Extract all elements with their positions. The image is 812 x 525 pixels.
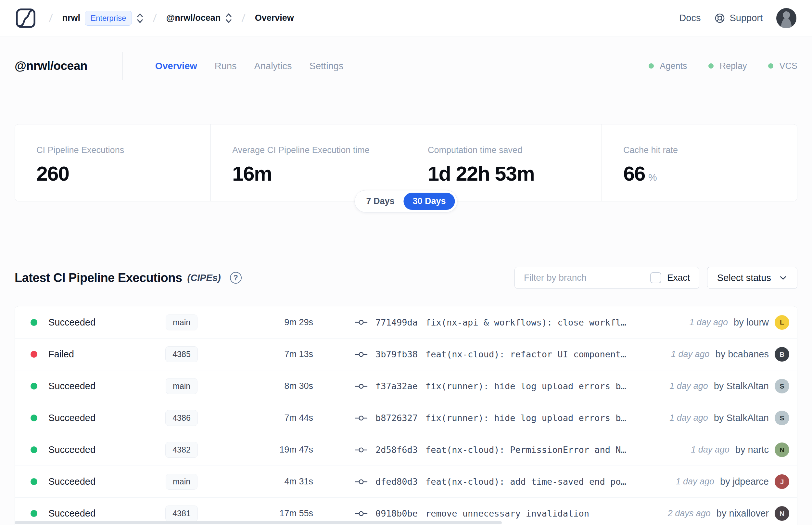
row-status-label: Succeeded bbox=[48, 412, 95, 423]
cipe-table-row[interactable]: Succeeded main 9m 29s 771499da fix(nx-ap… bbox=[15, 306, 797, 338]
commit-cell: dfed80d3 feat(nx-cloud): add time-saved … bbox=[355, 477, 668, 487]
git-commit-icon bbox=[355, 382, 368, 390]
breadcrumb-workspace[interactable]: @nrwl/ocean bbox=[166, 13, 220, 23]
row-duration: 7m 44s bbox=[216, 413, 313, 423]
branch-filter-input[interactable] bbox=[515, 267, 641, 288]
range-7-days-button[interactable]: 7 Days bbox=[357, 193, 403, 210]
status-dot-icon bbox=[31, 446, 37, 453]
status-agents-label: Agents bbox=[660, 61, 687, 71]
status-cell: Failed bbox=[31, 349, 148, 360]
row-meta: 1 day ago by bcabanes B bbox=[663, 347, 789, 362]
branch-filter-group: Exact bbox=[515, 267, 699, 289]
status-agents[interactable]: Agents bbox=[649, 61, 687, 71]
tab-settings[interactable]: Settings bbox=[309, 61, 343, 72]
cipe-table-row[interactable]: Succeeded main 8m 30s f37a32ae fix(runne… bbox=[15, 370, 797, 402]
help-icon[interactable]: ? bbox=[230, 272, 242, 284]
git-commit-icon bbox=[355, 318, 368, 326]
git-commit-icon bbox=[355, 446, 368, 454]
stat-label: Average CI Pipeline Execution time bbox=[232, 145, 399, 155]
row-status-label: Failed bbox=[48, 349, 74, 360]
row-meta: 1 day ago by lourw L bbox=[681, 315, 789, 330]
docs-link[interactable]: Docs bbox=[679, 13, 701, 24]
stat-card-avg-time: Average CI Pipeline Execution time 16m bbox=[211, 124, 406, 201]
commit-cell: 771499da fix(nx-api & workflows): close … bbox=[355, 317, 681, 328]
exact-checkbox[interactable] bbox=[650, 272, 661, 283]
branch-badge: main bbox=[166, 314, 198, 330]
branch-cell: main bbox=[148, 474, 216, 490]
green-dot-icon bbox=[708, 63, 714, 69]
row-status-label: Succeeded bbox=[48, 381, 95, 391]
status-dot-icon bbox=[31, 383, 37, 390]
commit-hash: b8726327 bbox=[376, 413, 418, 423]
tab-analytics[interactable]: Analytics bbox=[254, 61, 292, 72]
commit-cell: f37a32ae fix(runner): hide log upload er… bbox=[355, 381, 662, 391]
cipe-table-row[interactable]: Succeeded 4386 7m 44s b8726327 fix(runne… bbox=[15, 402, 797, 434]
enterprise-badge[interactable]: Enterprise bbox=[85, 11, 132, 26]
green-dot-icon bbox=[649, 63, 654, 69]
cipe-table-row[interactable]: Succeeded 4382 19m 47s 2d58f6d3 feat(nx-… bbox=[15, 434, 797, 466]
cipe-table-row[interactable]: Failed 4385 7m 13s 3b79fb38 feat(nx-clou… bbox=[15, 338, 797, 370]
row-avatar: B bbox=[775, 347, 789, 362]
branch-cell: 4382 bbox=[148, 442, 216, 458]
row-meta: 1 day ago by jdpearce J bbox=[668, 474, 789, 489]
row-duration: 4m 31s bbox=[216, 477, 313, 487]
stat-card-executions: CI Pipeline Executions 260 bbox=[15, 124, 211, 201]
stat-value: 1d 22h 53m bbox=[428, 162, 595, 185]
status-dot-icon bbox=[31, 351, 37, 358]
row-avatar: J bbox=[775, 474, 789, 489]
org-selector-icon[interactable] bbox=[136, 12, 143, 25]
select-status-label: Select status bbox=[717, 273, 771, 283]
date-range-toggle: 7 Days 30 Days bbox=[354, 190, 457, 212]
range-30-days-button[interactable]: 30 Days bbox=[403, 193, 455, 210]
cipe-table-row[interactable]: Succeeded main 4m 31s dfed80d3 feat(nx-c… bbox=[15, 466, 797, 497]
user-avatar[interactable] bbox=[776, 8, 796, 28]
chevron-down-icon bbox=[779, 273, 787, 282]
horizontal-scrollbar-thumb[interactable] bbox=[15, 521, 502, 524]
row-duration: 19m 47s bbox=[216, 445, 313, 455]
status-dot-icon bbox=[31, 510, 37, 517]
commit-hash: 771499da bbox=[376, 317, 418, 328]
support-link[interactable]: Support bbox=[714, 13, 763, 24]
status-dot-icon bbox=[31, 415, 37, 421]
status-cell: Succeeded bbox=[31, 476, 148, 487]
status-replay[interactable]: Replay bbox=[708, 61, 747, 71]
branch-badge: 4385 bbox=[165, 346, 198, 362]
branch-cell: 4385 bbox=[148, 346, 216, 362]
row-avatar: S bbox=[775, 379, 789, 393]
breadcrumb-org[interactable]: nrwl bbox=[62, 13, 80, 23]
branch-badge: 4382 bbox=[165, 442, 198, 458]
status-vcs[interactable]: VCS bbox=[768, 61, 797, 71]
workspace-selector-icon[interactable] bbox=[225, 12, 232, 25]
exact-filter: Exact bbox=[641, 272, 699, 283]
row-status-label: Succeeded bbox=[48, 508, 95, 519]
breadcrumb-separator: / bbox=[49, 12, 53, 24]
row-timestamp: 1 day ago bbox=[670, 381, 708, 391]
commit-message: fix(runner): hide log upload errors b… bbox=[426, 381, 626, 391]
row-timestamp: 1 day ago bbox=[689, 317, 728, 328]
row-duration: 8m 30s bbox=[216, 381, 313, 391]
workspace-title: @nrwl/ocean bbox=[15, 59, 87, 73]
branch-badge: main bbox=[166, 474, 198, 490]
stat-label: Cache hit rate bbox=[623, 145, 791, 155]
row-meta: 2 days ago by nixallover N bbox=[660, 506, 789, 521]
divider bbox=[122, 52, 123, 80]
tab-runs[interactable]: Runs bbox=[215, 61, 237, 72]
stat-label: Computation time saved bbox=[428, 145, 595, 155]
nx-cloud-logo-icon[interactable] bbox=[16, 8, 36, 28]
row-author: by jdpearce bbox=[720, 476, 769, 487]
commit-message: fix(runner): hide log upload errors b… bbox=[426, 413, 626, 423]
row-author: by StalkAltan bbox=[714, 412, 769, 423]
tab-overview[interactable]: Overview bbox=[155, 61, 197, 72]
commit-cell: 3b79fb38 feat(nx-cloud): refactor UI com… bbox=[355, 349, 663, 359]
commit-hash: dfed80d3 bbox=[376, 477, 418, 487]
breadcrumb-separator: / bbox=[241, 12, 246, 24]
status-dot-icon bbox=[31, 478, 37, 485]
git-commit-icon bbox=[355, 350, 368, 358]
row-duration: 17m 55s bbox=[216, 508, 313, 519]
row-author: by nartc bbox=[735, 445, 769, 455]
branch-badge: 4381 bbox=[165, 506, 198, 522]
branch-cell: main bbox=[148, 314, 216, 330]
row-meta: 1 day ago by nartc N bbox=[683, 442, 789, 457]
commit-message: feat(nx-cloud): refactor UI component… bbox=[426, 349, 626, 359]
select-status-button[interactable]: Select status bbox=[707, 267, 797, 289]
